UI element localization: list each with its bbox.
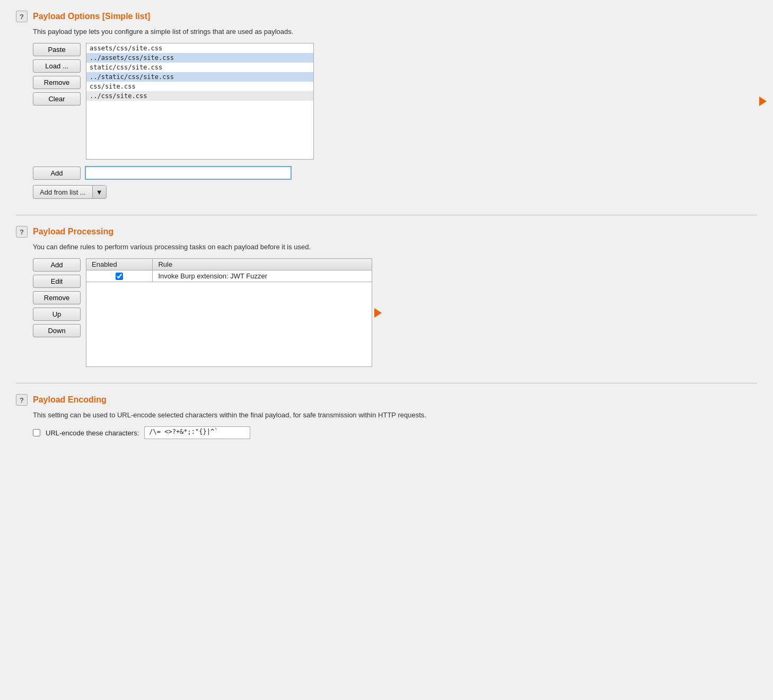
payload-encoding-title: Payload Encoding [33,395,107,405]
payload-list-box[interactable]: assets/css/site.css ../assets/css/site.c… [86,43,314,160]
url-encode-checkbox[interactable] [33,429,40,436]
processing-button-column: Add Edit Remove Up Down [33,258,81,337]
payload-encoding-section: ? Payload Encoding This setting can be u… [16,394,757,450]
divider-1 [16,215,757,215]
rule-header: Rule [153,259,372,270]
payload-processing-help-icon[interactable]: ? [16,226,28,238]
list-button-column: Paste Load ... Remove Clear [33,43,81,106]
add-from-list-select[interactable]: Add from list ... ▼ [33,185,107,199]
processing-remove-button[interactable]: Remove [33,291,81,304]
payload-options-section: ? Payload Options [Simple list] This pay… [16,11,757,209]
table-row-empty [86,282,372,367]
processing-add-button[interactable]: Add [33,258,81,272]
payload-options-header: ? Payload Options [Simple list] [16,11,757,22]
list-item[interactable]: assets/css/site.css [86,43,313,53]
add-row: Add [33,166,757,180]
payload-processing-desc: You can define rules to perform various … [33,243,757,251]
payload-options-content: Paste Load ... Remove Clear assets/css/s… [33,43,757,199]
processing-table: Enabled Rule Invoke [86,258,372,367]
empty-table-area [86,282,372,367]
load-button[interactable]: Load ... [33,59,81,73]
payload-options-desc: This payload type lets you configure a s… [33,28,757,36]
rule-cell: Invoke Burp extension: JWT Fuzzer [153,270,372,282]
add-from-list-label: Add from list ... [33,188,92,196]
table-row: Invoke Burp extension: JWT Fuzzer [86,270,372,282]
encoding-chars-display: /\= <>?+&*;:"{}|^` [144,426,250,439]
enabled-header: Enabled [86,259,153,270]
add-input[interactable] [85,166,292,180]
processing-arrow-icon [374,308,382,318]
payload-processing-content: Add Edit Remove Up Down Enabled Rule [33,258,757,367]
payload-processing-header: ? Payload Processing [16,226,757,238]
payload-options-title: Payload Options [Simple list] [33,12,150,21]
list-item[interactable]: static/css/site.css [86,63,313,72]
payload-encoding-header: ? Payload Encoding [16,394,757,406]
processing-controls: Add Edit Remove Up Down Enabled Rule [33,258,757,367]
list-item[interactable]: ../css/site.css [86,91,313,101]
clear-button[interactable]: Clear [33,92,81,106]
list-item[interactable]: ../assets/css/site.css [86,53,313,63]
processing-down-button[interactable]: Down [33,324,81,337]
processing-up-button[interactable]: Up [33,308,81,321]
processing-table-wrapper: Enabled Rule Invoke [86,258,372,367]
add-button[interactable]: Add [33,167,81,180]
divider-2 [16,383,757,383]
list-controls: Paste Load ... Remove Clear assets/css/s… [33,43,757,160]
payload-processing-section: ? Payload Processing You can define rule… [16,226,757,378]
remove-button[interactable]: Remove [33,76,81,89]
payload-encoding-desc: This setting can be used to URL-encode s… [33,411,757,419]
payload-options-help-icon[interactable]: ? [16,11,28,22]
page: ? Payload Options [Simple list] This pay… [0,0,773,460]
enabled-checkbox[interactable] [116,273,123,280]
paste-button[interactable]: Paste [33,43,81,56]
list-arrow-icon [759,97,767,106]
enabled-checkbox-wrapper [92,273,147,280]
list-box-wrapper: assets/css/site.css ../assets/css/site.c… [86,43,757,160]
add-from-list-row: Add from list ... ▼ [33,185,757,199]
table-header-row: Enabled Rule [86,259,372,270]
payload-processing-title: Payload Processing [33,227,113,237]
payload-encoding-help-icon[interactable]: ? [16,394,28,406]
url-encode-label: URL-encode these characters: [46,429,139,437]
processing-edit-button[interactable]: Edit [33,275,81,288]
encoding-row: URL-encode these characters: /\= <>?+&*;… [33,426,757,439]
list-item[interactable]: ../static/css/site.css [86,72,313,82]
payload-encoding-content: URL-encode these characters: /\= <>?+&*;… [33,426,757,439]
list-item[interactable]: css/site.css [86,82,313,91]
enabled-cell [86,270,153,282]
dropdown-arrow-icon[interactable]: ▼ [92,186,106,198]
